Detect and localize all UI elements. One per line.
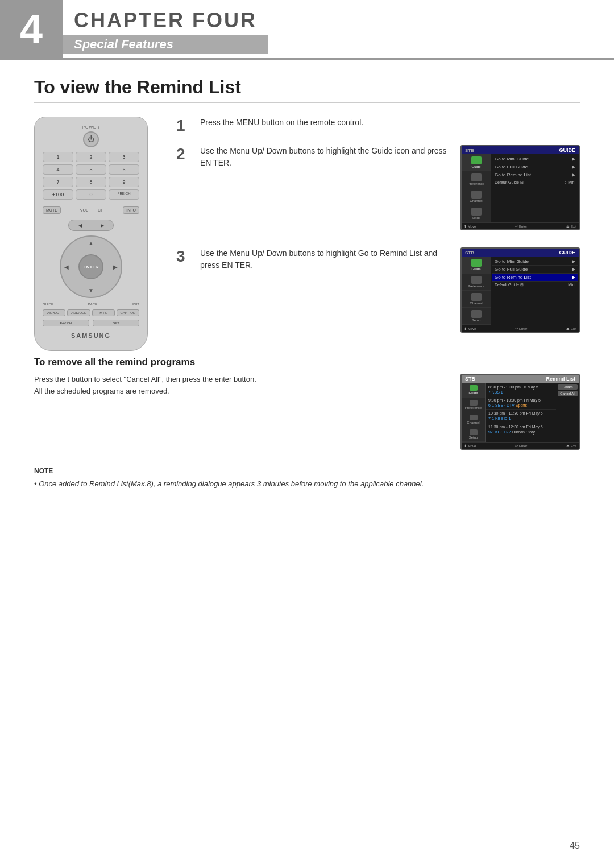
tv-header-2: STB GUIDE: [462, 249, 579, 257]
remind-footer-move: ⬆ Move: [464, 444, 476, 448]
channel-icon-1: [471, 191, 482, 199]
step-2-with-screen: Use the Menu Up/ Down buttons to highlig…: [200, 145, 580, 230]
exit-label: EXIT: [132, 303, 139, 306]
cancel-all-button[interactable]: Cancel All: [558, 391, 578, 396]
step-1-text: Press the MENU button on the remote cont…: [200, 117, 363, 129]
remind-item-2: 9:30 pm - 10:30 pm Fri May 5 6-1 SBS · D…: [486, 396, 556, 410]
remote-control: POWER ⏻ 1 2 3 4 5 6 7 8 9 +100 0: [34, 117, 148, 351]
remind-preference-icon: [470, 400, 478, 406]
setup-icon-2: [471, 310, 482, 318]
num-btn-9[interactable]: 9: [109, 177, 139, 187]
adddel-button[interactable]: ADD/DEL: [67, 309, 90, 316]
remind-stb-label: STB: [465, 376, 475, 382]
num-btn-6[interactable]: 6: [109, 164, 139, 175]
step-3-content: Use the Menu Up/ Down buttons to highlig…: [200, 247, 580, 333]
remind-item-3-channel: 7-1 KBS D-1: [488, 416, 511, 420]
menu-mini-guide-1: Go to Mini Guide▶: [492, 155, 578, 163]
step-2-number: 2: [176, 146, 192, 162]
page-header: 4 CHAPTER FOUR Special Features: [0, 0, 614, 60]
remind-setup-label: Setup: [469, 436, 478, 439]
num-btn-1[interactable]: 1: [43, 152, 73, 162]
menu-default-guide-1: Default Guide ⊟: Mini: [492, 179, 578, 186]
setup-label-1: Setup: [472, 216, 481, 220]
setup-icon-1: [471, 208, 482, 216]
arrow-up[interactable]: ▲: [88, 240, 94, 246]
tv-footer-1: ⬆ Move ↩ Enter ⏏ Exit: [462, 222, 579, 229]
arrow-down[interactable]: ▼: [88, 287, 94, 294]
aspect-button[interactable]: ASPECT: [43, 309, 65, 316]
caption-button[interactable]: CAPTION: [117, 309, 139, 316]
num-btn-7[interactable]: 7: [43, 177, 73, 187]
remind-item-2-sport: Sports: [516, 403, 527, 407]
arrow-left[interactable]: ◀: [64, 264, 69, 270]
tv-sidebar-setup-1: Setup: [462, 205, 491, 222]
remind-item-3-text: 10:30 pm - 11:30 pm Fri May 5 7-1 KBS D-…: [488, 411, 554, 421]
remind-item-4-text: 11:30 pm - 12:30 am Fri May 5 9-1 KBS D-…: [488, 424, 554, 435]
num-btn-5[interactable]: 5: [76, 164, 106, 175]
arrow-right[interactable]: ▶: [113, 264, 118, 270]
mts-button[interactable]: MTS: [92, 309, 115, 316]
step-2-text: Use the Menu Up/ Down buttons to highlig…: [200, 145, 453, 169]
remind-sidebar-guide: Guide: [462, 383, 485, 398]
remind-body: Guide Preference Channel Setup: [462, 383, 579, 442]
footer-enter-2: ↩ Enter: [515, 326, 527, 330]
remind-footer-enter: ↩ Enter: [515, 444, 527, 448]
guide-screen-2: STB GUIDE Guide: [460, 247, 580, 333]
guide-label-1: Guide: [471, 165, 480, 168]
page-number: 45: [570, 841, 580, 851]
footer-move-1: ⬆ Move: [464, 224, 476, 228]
tv-stb-label-1: STB: [465, 148, 474, 153]
step-3-text: Use the Menu Up/ Down buttons to highlig…: [200, 247, 453, 271]
remind-sidebar: Guide Preference Channel Setup: [462, 383, 486, 442]
remind-item-2-text: 9:30 pm - 10:30 pm Fri May 5 6-1 SBS · D…: [488, 398, 554, 408]
num-btn-0[interactable]: 0: [76, 189, 106, 200]
remind-item-4: 11:30 pm - 12:30 am Fri May 5 9-1 KBS D-…: [486, 423, 556, 436]
set-button[interactable]: SET: [93, 320, 139, 326]
mute-button[interactable]: MUTE: [43, 206, 61, 214]
chapter-title: CHAPTER FOUR: [63, 4, 268, 35]
info-button[interactable]: INFO: [123, 206, 139, 214]
remove-title: To remove all the remind programs: [34, 357, 580, 368]
footer-enter-1: ↩ Enter: [515, 224, 527, 228]
enter-button[interactable]: ENTER: [78, 254, 103, 279]
channel-label-2: Channel: [470, 301, 482, 305]
num-btn-8[interactable]: 8: [76, 177, 106, 187]
tv-body-2: Guide Preference Channel: [462, 257, 579, 325]
tv-guide-title-1: GUIDE: [559, 147, 575, 153]
tv-main-2: Go to Mini Guide▶ Go to Full Guide▶ Go t…: [491, 257, 579, 325]
num-btn-plus100[interactable]: +100: [43, 189, 73, 200]
guide-icon-2: [471, 259, 482, 267]
menu-remind-list-2: Go to Remind List▶: [492, 274, 578, 282]
tv-footer-2: ⬆ Move ↩ Enter ⏏ Exit: [462, 325, 579, 332]
step-2: 2 Use the Menu Up/ Down buttons to highl…: [176, 145, 580, 230]
tv-sidebar-2: Guide Preference Channel: [462, 257, 491, 325]
nav-labels: GUIDE BACK EXIT: [43, 303, 139, 306]
remind-item-2-channel: 6-1 SBS · DTV: [488, 403, 516, 407]
setup-label-2: Setup: [472, 319, 481, 322]
remind-list-title: Remind List: [546, 376, 575, 382]
num-btn-4[interactable]: 4: [43, 164, 73, 175]
favch-button[interactable]: FAV.CH: [43, 320, 89, 326]
preference-icon-2: [471, 276, 482, 284]
remind-guide-label: Guide: [468, 391, 478, 395]
return-button[interactable]: Return: [558, 384, 578, 390]
tv-main-1: Go to Mini Guide▶ Go to Full Guide▶ Go t…: [491, 154, 579, 222]
tv-sidebar-channel-2: Channel: [462, 291, 491, 308]
page-content: To view the Remind List POWER ⏻ 1 2 3 4 …: [0, 60, 614, 524]
power-button[interactable]: ⏻: [83, 131, 99, 147]
remind-buttons: Return Cancel All: [557, 383, 579, 442]
guide-label: GUIDE: [43, 303, 53, 306]
num-btn-3[interactable]: 3: [109, 152, 139, 162]
arrow-outer: ▲ ▼ ◀ ▶ ENTER: [60, 235, 122, 298]
num-btn-2[interactable]: 2: [76, 152, 106, 162]
tv-sidebar-preference-1: Preference: [462, 171, 491, 188]
tv-sidebar-1: Guide Preference Channel: [462, 154, 491, 222]
tv-stb-label-2: STB: [465, 250, 474, 255]
remind-guide-icon: [470, 385, 478, 391]
menu-default-guide-2: Default Guide ⊟: Mini: [492, 282, 578, 288]
arrow-cluster: ▲ ▼ ◀ ▶ ENTER: [60, 235, 122, 298]
remind-main: 8:30 pm - 9:30 pm Fri May 5 7 KBS 1 9:30…: [486, 383, 557, 442]
remind-footer: ⬆ Move ↩ Enter ⏏ Exit: [462, 442, 579, 449]
steps-column: 1 Press the MENU button on the remote co…: [176, 117, 580, 350]
num-btn-prech[interactable]: PRE-CH: [109, 189, 139, 200]
